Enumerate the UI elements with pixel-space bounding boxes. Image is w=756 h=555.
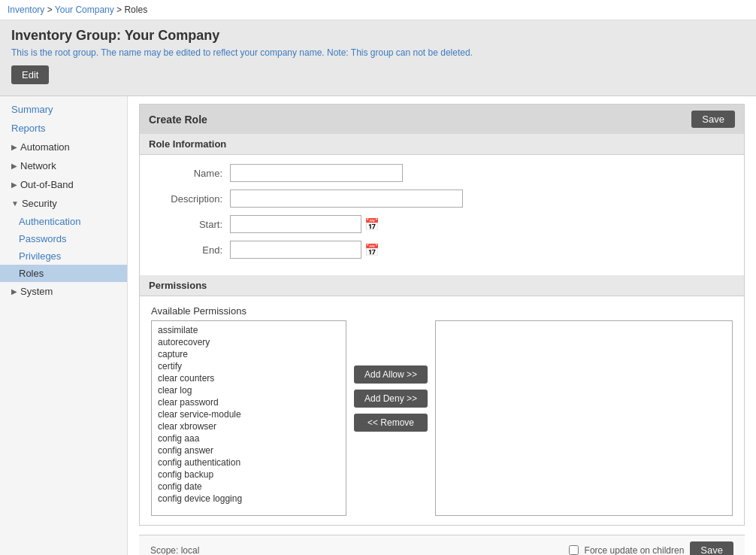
permission-item[interactable]: config authentication — [155, 456, 343, 469]
permissions-title: Permissions — [140, 275, 744, 296]
arrow-icon: ▶ — [11, 162, 17, 170]
sidebar-sub-label: Authentication — [19, 216, 80, 227]
sidebar-item-label: System — [20, 286, 53, 297]
arrow-icon: ▶ — [11, 287, 17, 296]
permission-item[interactable]: clear log — [155, 384, 343, 396]
role-information-title: Role Information — [140, 134, 744, 155]
sidebar-item-label: Network — [20, 160, 56, 171]
footer-save-button[interactable]: Save — [690, 541, 733, 555]
permissions-layout: assimilateautorecoverycapturecertifyclea… — [151, 320, 733, 516]
sidebar-item-label: Summary — [11, 104, 53, 115]
permission-item[interactable]: assimilate — [155, 324, 343, 336]
permission-item[interactable]: config answer — [155, 444, 343, 456]
edit-button[interactable]: Edit — [11, 65, 49, 84]
permission-item[interactable]: clear service-module — [155, 408, 343, 420]
arrow-icon: ▶ — [11, 143, 17, 151]
footer-bar: Scope: local Force update on children Sa… — [139, 535, 745, 555]
end-calendar-icon[interactable]: 📅 — [364, 243, 380, 257]
role-information-form: Name: Description: Start: 📅 End: 📅 — [140, 155, 744, 275]
create-role-panel: Create Role Save Role Information Name: … — [139, 104, 745, 526]
permission-item[interactable]: config backup — [155, 469, 343, 481]
add-allow-button[interactable]: Add Allow >> — [354, 365, 428, 384]
add-deny-button[interactable]: Add Deny >> — [354, 390, 428, 408]
sidebar-item-label: Reports — [11, 123, 46, 134]
arrow-icon: ▶ — [11, 180, 17, 189]
permission-item[interactable]: certify — [155, 360, 343, 372]
available-label: Available Permissions — [151, 305, 733, 317]
sidebar-item-summary[interactable]: Summary — [0, 100, 127, 119]
sidebar-item-roles[interactable]: Roles — [0, 265, 127, 282]
sidebar-item-authentication[interactable]: Authentication — [0, 213, 127, 230]
start-calendar-icon[interactable]: 📅 — [364, 217, 380, 232]
sidebar-item-network[interactable]: ▶ Network — [0, 156, 127, 175]
description-label: Description: — [155, 193, 230, 205]
end-label: End: — [155, 244, 230, 256]
sidebar-item-security[interactable]: ▼ Security — [0, 194, 127, 213]
sidebar-item-automation[interactable]: ▶ Automation — [0, 138, 127, 156]
create-role-title: Create Role — [149, 114, 207, 126]
sidebar-item-label: Automation — [20, 141, 70, 153]
force-update-label: Force update on children — [585, 545, 685, 556]
page-title: Inventory Group: Your Company — [11, 28, 745, 44]
sidebar-sub-label: Privileges — [19, 250, 61, 262]
permission-item[interactable]: config date — [155, 481, 343, 493]
name-input[interactable] — [230, 164, 403, 182]
permission-item[interactable]: clear xbrowser — [155, 420, 343, 432]
sidebar-item-system[interactable]: ▶ System — [0, 282, 127, 301]
breadcrumb: Inventory > Your Company > Roles — [0, 0, 756, 20]
sidebar-item-label: Out-of-Band — [20, 179, 74, 190]
start-input[interactable] — [230, 215, 361, 233]
create-role-header: Create Role Save — [140, 105, 744, 134]
permission-item[interactable]: config aaa — [155, 432, 343, 444]
end-input[interactable] — [230, 241, 361, 259]
end-row: End: 📅 — [155, 241, 729, 259]
breadcrumb-inventory[interactable]: Inventory — [8, 5, 44, 15]
breadcrumb-your-company[interactable]: Your Company — [55, 5, 114, 15]
permission-item[interactable]: clear password — [155, 396, 343, 408]
permission-item[interactable]: config device logging — [155, 493, 343, 505]
permission-item[interactable]: autorecovery — [155, 336, 343, 348]
sidebar: Summary Reports ▶ Automation ▶ Network ▶… — [0, 96, 128, 555]
permission-item[interactable]: clear counters — [155, 372, 343, 384]
sidebar-sub-label: Passwords — [19, 233, 67, 244]
start-label: Start: — [155, 219, 230, 230]
sidebar-item-passwords[interactable]: Passwords — [0, 230, 127, 247]
scope-label: Scope: local — [150, 545, 199, 556]
force-update-checkbox[interactable] — [569, 545, 579, 555]
permission-item[interactable]: capture — [155, 348, 343, 360]
content-area: Create Role Save Role Information Name: … — [128, 96, 756, 555]
main-layout: Summary Reports ▶ Automation ▶ Network ▶… — [0, 96, 756, 555]
page-description: This is the root group. The name may be … — [11, 47, 745, 58]
footer-right: Force update on children Save — [569, 541, 733, 555]
sidebar-item-out-of-band[interactable]: ▶ Out-of-Band — [0, 175, 127, 194]
name-row: Name: — [155, 164, 729, 182]
sidebar-item-privileges[interactable]: Privileges — [0, 247, 127, 265]
available-permissions-list[interactable]: assimilateautorecoverycapturecertifyclea… — [151, 320, 346, 516]
page-header: Inventory Group: Your Company This is th… — [0, 20, 756, 96]
permission-buttons: Add Allow >> Add Deny >> << Remove — [354, 320, 428, 432]
start-row: Start: 📅 — [155, 215, 729, 233]
name-label: Name: — [155, 168, 230, 179]
breadcrumb-roles: Roles — [124, 5, 147, 15]
create-role-save-button[interactable]: Save — [691, 111, 735, 128]
sidebar-item-reports[interactable]: Reports — [0, 119, 127, 138]
sidebar-item-label: Security — [22, 198, 57, 209]
arrow-down-icon: ▼ — [11, 199, 19, 208]
description-input[interactable] — [230, 190, 463, 208]
selected-permissions-list[interactable] — [435, 320, 733, 516]
description-row: Description: — [155, 190, 729, 208]
remove-button[interactable]: << Remove — [354, 414, 428, 432]
sidebar-sub-label: Roles — [19, 268, 44, 279]
permissions-body: Available Permissions assimilateautoreco… — [140, 296, 744, 525]
